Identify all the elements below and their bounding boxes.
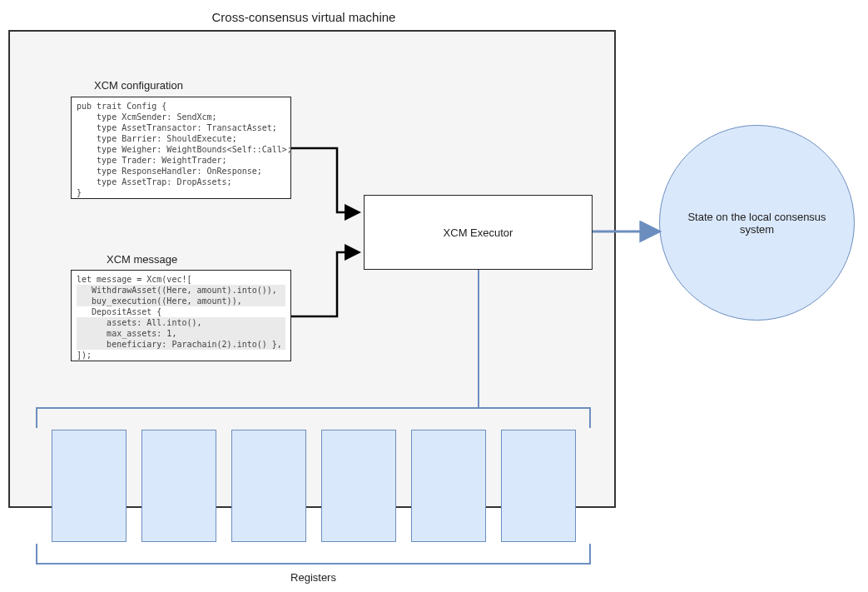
- register-slot: [321, 430, 396, 542]
- register-slot: [231, 430, 306, 542]
- register-slot: [52, 430, 126, 542]
- register-slot: [141, 430, 216, 542]
- code-line: beneficiary: Parachain(2).into() },: [77, 339, 285, 350]
- registers-label: Registers: [36, 571, 591, 584]
- code-line: let message = Xcm(vec![: [77, 274, 285, 285]
- config-label: XCM configuration: [94, 79, 183, 92]
- diagram-title: Cross-consensus virtual machine: [0, 10, 608, 24]
- message-code-box: let message = Xcm(vec![ WithdrawAsset((H…: [71, 270, 291, 361]
- config-code-box: pub trait Config { type XcmSender: SendX…: [71, 97, 291, 199]
- code-line: buy_execution((Here, amount)),: [77, 296, 285, 306]
- executor-label: XCM Executor: [444, 226, 513, 239]
- executor-box: XCM Executor: [364, 195, 593, 270]
- diagram-root: Cross-consensus virtual machine XCM conf…: [0, 0, 868, 592]
- register-slot: [501, 430, 576, 542]
- register-slot: [411, 430, 486, 542]
- message-label: XCM message: [107, 253, 177, 266]
- code-line: ]);: [77, 350, 285, 361]
- state-label: State on the local consensus system: [681, 211, 833, 236]
- code-line: max_assets: 1,: [77, 328, 285, 339]
- code-line: WithdrawAsset((Here, amount).into()),: [77, 285, 285, 296]
- code-line: DepositAsset {: [77, 306, 285, 317]
- state-circle: State on the local consensus system: [659, 125, 855, 321]
- code-line: assets: All.into(),: [77, 317, 285, 328]
- registers-bracket-bottom: [36, 544, 591, 565]
- registers-bracket-top: [36, 407, 591, 428]
